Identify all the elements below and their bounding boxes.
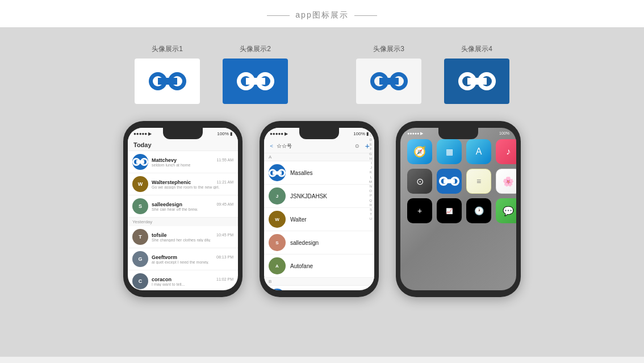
alpha-index: A B C D E F G H I J K L M N O xyxy=(369,161,372,184)
contact-item-3[interactable]: W Walter xyxy=(264,208,374,231)
msg-time-2: 11:21 AM xyxy=(216,180,233,184)
contact-item-4[interactable]: S salledesign xyxy=(264,231,374,254)
app-notes[interactable]: ≡ xyxy=(466,169,491,194)
msg-item-4[interactable]: T tofsile 10:45 PM She changed her cloth… xyxy=(128,226,238,248)
app-notes-blue[interactable]: ▦ xyxy=(437,139,462,164)
app-appstore[interactable]: A xyxy=(466,139,491,164)
app-grid: 🧭 ▦ A ♪ ⊙ xyxy=(403,137,514,226)
contact-name-5: Autofane xyxy=(290,263,313,269)
avatar-label-3: 头像展示3 xyxy=(373,44,404,54)
contact-item-2[interactable]: J JSNKJDAHSK xyxy=(264,185,374,208)
main-area: 头像展示1 头像展示2 xyxy=(0,27,644,357)
svg-rect-14 xyxy=(379,78,399,85)
avatar-box-1 xyxy=(135,59,200,104)
p2-status-right: 100% ▮ xyxy=(353,131,369,136)
phones-row: ●●●●● ▶ 100% ▮ Today xyxy=(68,121,576,297)
msg-item-6[interactable]: C coracon 11:02 PM I may want to tell... xyxy=(128,270,238,290)
msg-preview-5: al quet except I need the money. xyxy=(152,260,233,264)
app-clock[interactable]: 🕐 xyxy=(466,198,491,223)
msg-avatar-5: G xyxy=(132,251,148,267)
msg-name-2: Walterstephenic xyxy=(152,180,191,185)
app-music[interactable]: ♪ xyxy=(496,139,516,164)
app-camera[interactable]: ⊙ xyxy=(407,169,432,194)
contact-search-icon[interactable]: ⊙ xyxy=(355,143,359,149)
msg-item-3[interactable]: S salleedesign 09:45 AM She can hear off… xyxy=(128,195,238,218)
msg-avatar-3: S xyxy=(132,198,148,214)
contact-item-6[interactable]: D design xyxy=(264,286,374,290)
msg-item-5[interactable]: G Geeftvorm 08:13 PM al quet except I ne… xyxy=(128,248,238,270)
contact-item-5[interactable]: A Autofane xyxy=(264,254,374,278)
msg-time-1: 11:55 AM xyxy=(216,158,233,162)
svg-rect-19 xyxy=(467,78,487,85)
msg-preview-6: I may want to tell... xyxy=(152,282,233,286)
contact-name-1: Masalles xyxy=(290,170,312,176)
msg-content-4: tofsile 10:45 PM She changed her clothes… xyxy=(152,232,233,242)
contact-back-btn[interactable]: ＜ xyxy=(269,142,274,150)
home-status-left: ●●●●● ▶ xyxy=(407,131,423,136)
app-photos[interactable]: 🌸 xyxy=(496,169,516,194)
msg-time-3: 09:45 AM xyxy=(216,202,233,206)
msg-name-4: tofsile xyxy=(152,232,167,238)
msg-header: Today xyxy=(128,139,238,151)
msg-today-label: Today xyxy=(133,141,152,148)
avatar-label-4: 头像展示4 xyxy=(461,44,492,54)
avatar-box-3 xyxy=(356,59,421,104)
status-right: 100% ▮ xyxy=(217,131,232,136)
msg-section2-text: Yesterday xyxy=(132,219,152,224)
title-text: app图标展示 xyxy=(295,10,348,20)
home-screen: ●●●●● ▶ 100% 🧭 ▦ A xyxy=(400,128,516,290)
svg-rect-29 xyxy=(273,171,282,174)
contact-section-b: B xyxy=(264,278,374,286)
co-logo-2 xyxy=(236,70,275,93)
contact-avatar-5: A xyxy=(269,257,286,274)
co-logo-4 xyxy=(457,70,497,93)
contact-item-1[interactable]: Masalles A B C D E F G H I J K L xyxy=(264,161,374,185)
app-stocks[interactable]: 📈 xyxy=(437,198,462,223)
msg-avatar-2: W xyxy=(132,176,148,192)
app-health[interactable]: + xyxy=(407,198,432,223)
section-title: app图标展示 xyxy=(0,10,644,20)
avatar-box-2 xyxy=(223,59,288,104)
avatar-group-1: 头像展示1 xyxy=(135,44,200,104)
msg-name-5: Geeftvorm xyxy=(152,254,177,260)
p2-status-left: ●●●●● ▶ xyxy=(270,131,288,136)
app-safari[interactable]: 🧭 xyxy=(407,139,432,164)
msg-preview-4: She changed her clothes raly dily. xyxy=(152,238,233,242)
phone-3-mockup: ●●●●● ▶ 100% 🧭 ▦ A xyxy=(396,121,521,297)
msg-avatar-4: T xyxy=(132,229,148,245)
avatar-showcase: 头像展示1 头像展示2 xyxy=(68,44,576,104)
msg-time-6: 11:02 PM xyxy=(216,277,233,281)
svg-rect-24 xyxy=(136,160,144,164)
avatar-label-2: 头像展示2 xyxy=(240,44,271,54)
msg-item-2[interactable]: W Walterstephenic 11:21 AM Go we assign … xyxy=(128,173,238,195)
co-app-icon xyxy=(439,176,459,187)
phone-2-notch xyxy=(299,128,339,139)
msg-item-1[interactable]: Mattchevy 11:55 AM seldom lunch at home xyxy=(128,151,238,173)
app-co[interactable] xyxy=(437,169,462,194)
phone-3-notch xyxy=(438,128,478,139)
phone-2-mockup: ●●●●● ▶ 100% ▮ ＜ ☆☆号 ⊙ + A xyxy=(260,121,379,297)
msg-avatar-6: C xyxy=(132,273,148,289)
contact-avatar-4: S xyxy=(269,234,286,251)
co-logo-3 xyxy=(369,70,409,93)
msg-avatar-1 xyxy=(132,154,148,170)
msg-preview-3: She can hear off the brew. xyxy=(152,207,233,211)
contact-avatar-3: W xyxy=(269,211,286,228)
phone-1-screen: ●●●●● ▶ 100% ▮ Today xyxy=(128,128,238,290)
msg-name-1: Mattchevy xyxy=(152,157,177,163)
avatar-label-1: 头像展示1 xyxy=(152,44,183,54)
contact-section-a: A xyxy=(264,153,374,161)
msg-yesterday-label: Yesterday xyxy=(128,218,238,226)
svg-rect-4 xyxy=(158,78,177,85)
svg-rect-9 xyxy=(246,78,265,85)
app-messages[interactable]: 💬 xyxy=(496,198,516,223)
msg-content-3: salleedesign 09:45 AM She can hear off t… xyxy=(152,202,233,211)
contact-avatar-6: D xyxy=(269,289,286,290)
msg-time-4: 10:45 PM xyxy=(216,233,233,237)
co-logo-1 xyxy=(148,70,187,93)
msg-content-5: Geeftvorm 08:13 PM al quet except I need… xyxy=(152,254,233,264)
avatar-box-4 xyxy=(444,59,509,104)
msg-content-1: Mattchevy 11:55 AM seldom lunch at home xyxy=(152,157,233,167)
msg-name-6: coracon xyxy=(152,277,172,282)
home-status-right: 100% xyxy=(499,131,509,136)
